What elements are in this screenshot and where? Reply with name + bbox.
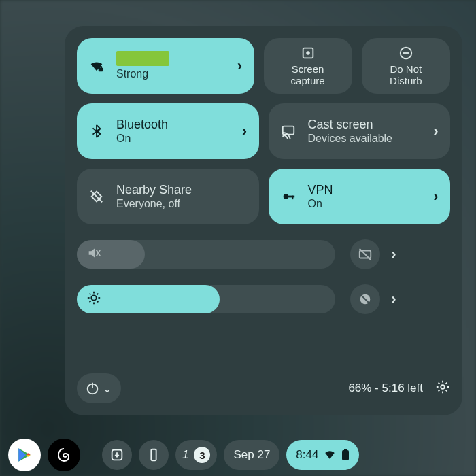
volume-slider[interactable] [77, 240, 335, 269]
shelf: 1 3 Sep 27 8:44 [0, 434, 476, 476]
svg-rect-1 [99, 66, 102, 68]
calendar-chip[interactable]: Sep 27 [224, 440, 279, 470]
audio-settings-expand[interactable]: › [380, 245, 407, 263]
threads-app[interactable] [48, 439, 80, 471]
svg-line-22 [97, 301, 99, 303]
svg-line-23 [90, 301, 91, 303]
status-chip[interactable]: 8:44 [286, 440, 359, 470]
vpn-key-icon [281, 189, 296, 204]
wifi-tile[interactable]: Strong › [77, 38, 254, 94]
cast-tile[interactable]: Cast screen Devices available › [269, 103, 451, 159]
svg-line-21 [90, 294, 91, 295]
wifi-icon [324, 449, 336, 461]
svg-line-8 [91, 191, 103, 203]
captions-button[interactable] [350, 239, 380, 269]
dnd-label: Do Not Disturb [390, 63, 422, 87]
bluetooth-title: Bluetooth [116, 118, 231, 133]
svg-point-16 [91, 295, 96, 300]
screen-capture-label: Screen capture [291, 63, 325, 87]
screen-capture-icon [301, 46, 316, 61]
nearby-title: Nearby Share [116, 183, 259, 198]
notification-count: 3 [194, 447, 210, 463]
threads-icon [56, 447, 72, 463]
play-store-icon [16, 446, 33, 464]
battery-status-text: 66% - 5:16 left [348, 381, 423, 395]
vpn-tile[interactable]: VPN On › [269, 169, 451, 224]
wifi-strength: Strong [116, 67, 226, 80]
svg-point-3 [306, 51, 310, 55]
power-menu-button[interactable]: ⌄ [77, 373, 121, 403]
bluetooth-sub: On [116, 132, 231, 145]
phone-icon [146, 447, 161, 462]
svg-point-7 [282, 135, 284, 137]
power-icon [85, 381, 100, 396]
cast-title: Cast screen [308, 118, 422, 133]
display-settings-expand[interactable]: › [380, 290, 407, 308]
svg-point-29 [441, 385, 445, 389]
nearby-share-tile[interactable]: Nearby Share Everyone, off [77, 169, 259, 224]
svg-point-9 [283, 194, 288, 199]
shelf-date: Sep 27 [233, 448, 270, 462]
nearby-sub: Everyone, off [116, 197, 259, 210]
volume-mute-icon [86, 245, 101, 263]
brightness-slider[interactable] [77, 285, 335, 313]
cast-icon [281, 124, 296, 139]
wifi-lock-icon [89, 58, 104, 73]
phone-hub-button[interactable] [139, 440, 169, 470]
download-tray-button[interactable] [102, 440, 132, 470]
play-store-app[interactable] [8, 439, 41, 471]
quick-settings-panel: Strong › Screen capture Do Not Disturb [65, 26, 462, 415]
svg-rect-32 [342, 450, 349, 460]
chevron-right-icon[interactable]: › [422, 188, 450, 205]
bluetooth-tile[interactable]: Bluetooth On › [77, 103, 259, 159]
chevron-right-icon[interactable]: › [231, 122, 259, 140]
night-light-off-icon [358, 292, 373, 307]
svg-rect-33 [344, 449, 347, 451]
nearby-share-off-icon [89, 189, 104, 204]
svg-rect-11 [292, 196, 293, 200]
captions-off-icon [358, 247, 373, 262]
svg-line-24 [97, 294, 99, 295]
svg-rect-31 [151, 449, 156, 461]
battery-icon [341, 449, 350, 461]
chevron-right-icon[interactable]: › [422, 122, 450, 140]
shelf-clock: 8:44 [296, 448, 318, 462]
chevron-right-icon[interactable]: › [226, 57, 254, 75]
settings-button[interactable] [435, 379, 450, 397]
vpn-title: VPN [308, 183, 422, 198]
bluetooth-icon [89, 124, 104, 139]
chevron-down-icon: ⌄ [103, 382, 112, 395]
notification-priority-count: 1 [182, 448, 188, 462]
brightness-icon [86, 290, 101, 308]
svg-rect-10 [288, 196, 294, 198]
download-icon [109, 447, 124, 462]
night-light-button[interactable] [350, 284, 380, 314]
wifi-ssid-redacted [116, 51, 169, 66]
screen-capture-tile[interactable]: Screen capture [264, 38, 352, 94]
dnd-tile[interactable]: Do Not Disturb [362, 38, 450, 94]
cast-sub: Devices available [308, 132, 422, 145]
notification-chip[interactable]: 1 3 [175, 440, 217, 470]
vpn-sub: On [308, 197, 422, 210]
dnd-icon [398, 46, 413, 61]
gear-icon [435, 379, 450, 394]
